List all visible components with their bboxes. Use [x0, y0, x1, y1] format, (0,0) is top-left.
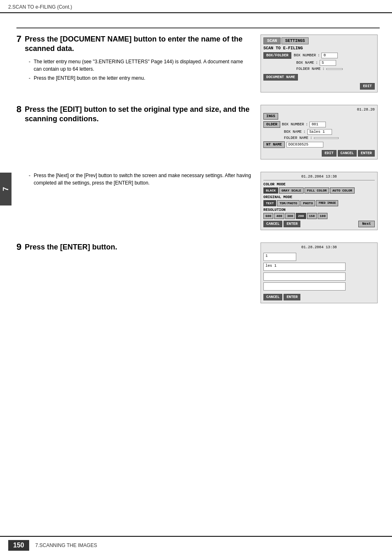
- box-name-label2: BOX NAME: [284, 130, 302, 134]
- step8-section: 8 Press the [EDIT] button to set the ori…: [16, 105, 380, 159]
- screen2-cancel-btn[interactable]: CANCEL: [338, 150, 357, 157]
- original-mode-title: ORIGINAL MODE: [263, 195, 375, 199]
- screen4-field4: [263, 282, 346, 291]
- color-mode-buttons: BLACK GRAY SCALE FULL COLOR AUTO COLOR: [263, 187, 375, 194]
- step7-bullet1: The letter entry menu (see "3.ENTERING L…: [29, 58, 252, 73]
- step8-extra-bullets: Press the [Next] or the [Prev] button to…: [29, 172, 252, 187]
- step7-bullet2: Press the [ENTER] button on the letter e…: [29, 74, 252, 82]
- screen3-cancel-btn[interactable]: CANCEL: [263, 221, 282, 227]
- screen2-enter-btn[interactable]: ENTER: [358, 150, 375, 157]
- nt-name-btn[interactable]: NT NAME: [263, 141, 285, 148]
- screen4-field1: 1: [263, 253, 296, 261]
- color-btn-black[interactable]: BLACK: [263, 187, 278, 194]
- header-title: 2.SCAN TO e-FILING (Cont.): [8, 4, 72, 10]
- folder-name-value: [314, 137, 339, 139]
- screen3-timestamp: 01.28.2004 13:38: [263, 175, 375, 180]
- res-btn-600[interactable]: 600: [263, 213, 273, 219]
- screen3-enter-btn[interactable]: ENTER: [284, 221, 300, 227]
- original-btn-tdm[interactable]: TDM/PHOTO: [277, 200, 300, 206]
- res-btn-150[interactable]: 150: [307, 213, 317, 219]
- screen4-fields: 1 les 1: [263, 253, 375, 291]
- page-header: 2.SCAN TO e-FILING (Cont.): [0, 0, 392, 13]
- step7-number: 7: [16, 35, 21, 44]
- step9-title: Press the [ENTER] button.: [25, 242, 117, 252]
- res-btn-400[interactable]: 400: [274, 213, 284, 219]
- folder-name-label2: FOLDER NAME: [284, 136, 308, 140]
- older-btn[interactable]: OLDER: [263, 121, 280, 128]
- color-mode-title: COLOR MODE: [263, 182, 375, 187]
- screen2-edit-btn[interactable]: EDIT: [322, 150, 337, 157]
- step9-section: 9 Press the [ENTER] button. 01.28.2004 1…: [16, 242, 380, 303]
- res-btn-300[interactable]: 300: [285, 213, 295, 219]
- side-tab: 7: [0, 173, 12, 205]
- doc-name-btn[interactable]: DOCUMENT NAME: [263, 74, 298, 81]
- screen3-mockup: 01.28.2004 13:38 COLOR MODE BLACK GRAY S…: [261, 172, 378, 230]
- original-btn-photo[interactable]: PHOTO: [300, 200, 315, 206]
- footer-chapter: 7.SCANNING THE IMAGES: [35, 542, 97, 548]
- step7-section: 7 Press the [DOCUMENT NAME] button to en…: [16, 35, 380, 92]
- step9-number: 9: [16, 242, 21, 252]
- scan-tab[interactable]: SCAN: [263, 37, 281, 44]
- box-number-label: BOX NUMBER: [294, 53, 316, 58]
- step8-extra-section: Press the [Next] or the [Prev] button to…: [16, 172, 380, 230]
- color-btn-grayscale[interactable]: GRAY SCALE: [279, 187, 304, 194]
- screen1-mockup: SCAN SETTINGS SCAN TO E-FILING BOX/FOLDE…: [261, 35, 378, 92]
- screen2-timestamp: 01.28.20: [263, 108, 375, 112]
- original-btn-text[interactable]: TEXT: [263, 200, 276, 206]
- step8-title: Press the [EDIT] button to set the origi…: [25, 105, 252, 124]
- res-btn-100[interactable]: 100: [318, 213, 327, 219]
- box-number-label2: BOX NUMBER: [282, 122, 304, 127]
- res-btn-200[interactable]: 200: [296, 213, 306, 219]
- screen4-field2: les 1: [263, 263, 346, 271]
- screen4-cancel-btn[interactable]: CANCEL: [263, 294, 282, 300]
- step8-bullet: Press the [Next] or the [Prev] button to…: [29, 172, 252, 187]
- box-number-value2: 001: [309, 122, 326, 127]
- resolution-title: RESOLUTION: [263, 208, 375, 212]
- step8-number: 8: [16, 105, 21, 114]
- settings-tab[interactable]: SETTINGS: [281, 37, 309, 44]
- color-btn-autocolor[interactable]: AUTO COLOR: [330, 187, 355, 194]
- nt-name-value: DOC030525: [286, 142, 323, 148]
- scan-to-efiling-title: SCAN TO E-FILING: [263, 46, 375, 51]
- folder-name-label: FOLDER NAME: [296, 67, 321, 71]
- screen2-mockup: 01.28.20 INGS OLDER BOX NUMBER : 001 BOX…: [261, 105, 378, 159]
- original-btn-fred[interactable]: FRED IMAGE: [316, 200, 338, 206]
- color-btn-fullcolor[interactable]: FULL COLOR: [304, 187, 329, 194]
- box-name-value: S: [320, 60, 336, 66]
- box-name-value2: Sales 1: [307, 129, 332, 135]
- original-mode-buttons: TEXT TDM/PHOTO PHOTO FRED IMAGE: [263, 200, 375, 206]
- page-footer: 150 7.SCANNING THE IMAGES: [0, 536, 392, 554]
- screen4-mockup: 01.28.2004 13:38 1 les 1 CANCEL ENTER: [261, 242, 378, 303]
- step7-bullets: The letter entry menu (see "3.ENTERING L…: [29, 58, 252, 82]
- screen4-enter-btn[interactable]: ENTER: [284, 294, 300, 300]
- page-number: 150: [8, 540, 29, 551]
- box-folder-btn[interactable]: BOX/FOLDER: [263, 52, 291, 59]
- box-number-value: 0: [321, 53, 338, 58]
- ings-btn[interactable]: INGS: [263, 113, 278, 120]
- screen4-timestamp: 01.28.2004 13:38: [263, 245, 375, 249]
- box-name-label: BOX NAME: [296, 61, 314, 65]
- screen1-edit-btn[interactable]: EDIT: [360, 83, 375, 90]
- resolution-buttons: 600 400 300 200 150 100: [263, 213, 375, 219]
- screen4-field3: [263, 272, 346, 281]
- next-btn[interactable]: Next: [358, 221, 375, 227]
- step7-title: Press the [DOCUMENT NAME] button to ente…: [25, 35, 252, 54]
